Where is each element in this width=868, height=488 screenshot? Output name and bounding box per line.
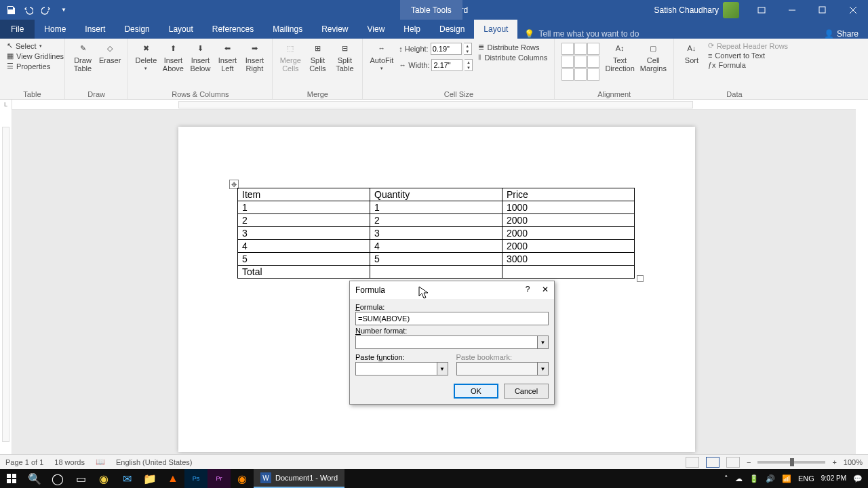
close-icon[interactable] (837, 0, 868, 20)
onedrive-icon[interactable]: ☁ (735, 474, 743, 483)
zoom-in-icon[interactable]: + (832, 458, 836, 466)
table-header-cell[interactable]: Item (238, 188, 370, 201)
align-tr[interactable] (587, 43, 599, 55)
insert-below-button[interactable]: ⬇Insert Below (186, 40, 214, 74)
spellcheck-icon[interactable]: 📖 (96, 458, 105, 466)
table-header-cell[interactable]: Quantity (370, 188, 502, 201)
height-input[interactable] (431, 43, 462, 55)
save-icon[interactable] (5, 5, 16, 16)
number-format-input[interactable] (355, 336, 549, 349)
convert-to-text-button[interactable]: ≡Convert to Text (708, 52, 788, 60)
tab-layout[interactable]: Layout (159, 20, 203, 39)
tab-mailings[interactable]: Mailings (263, 20, 312, 39)
explorer-icon[interactable]: 📁 (138, 469, 161, 488)
vlc-icon[interactable]: ▲ (161, 469, 184, 488)
tab-insert[interactable]: Insert (75, 20, 115, 39)
ribbon-display-options-icon[interactable] (746, 0, 776, 20)
undo-icon[interactable] (23, 5, 34, 16)
language-indicator[interactable]: English (United States) (116, 458, 193, 466)
minimize-icon[interactable] (776, 0, 807, 20)
dialog-titlebar[interactable]: Formula ? ✕ (350, 281, 554, 299)
mail-icon[interactable]: ✉ (115, 469, 138, 488)
sort-button[interactable]: A↓Sort (678, 40, 705, 66)
align-tc[interactable] (574, 43, 587, 55)
tab-table-layout[interactable]: Layout (474, 20, 517, 39)
align-bl[interactable] (561, 68, 574, 81)
tab-view[interactable]: View (358, 20, 395, 39)
language-icon[interactable]: ENG (798, 474, 814, 483)
align-mr[interactable] (587, 56, 599, 68)
taskbar-word[interactable]: W Document1 - Word (254, 469, 344, 488)
ruler-corner[interactable]: L (0, 100, 12, 110)
clock[interactable]: 9:02 PM (821, 475, 846, 482)
tab-references[interactable]: References (203, 20, 263, 39)
number-format-dropdown-icon[interactable]: ▼ (537, 336, 548, 348)
app-icon[interactable]: ◉ (231, 469, 254, 488)
qat-dropdown-icon[interactable]: ▼ (58, 5, 69, 16)
insert-above-button[interactable]: ⬆Insert Above (159, 40, 186, 74)
tab-help[interactable]: Help (394, 20, 430, 39)
document-table[interactable]: Item Quantity Price 111000 222000 332000… (237, 188, 635, 279)
height-spinner[interactable]: ↕ Height: ▲▼ (399, 43, 473, 55)
dialog-close-icon[interactable]: ✕ (538, 283, 553, 296)
word-count[interactable]: 18 words (54, 458, 85, 466)
maximize-icon[interactable] (807, 0, 837, 20)
distribute-columns-button[interactable]: ⫴Distribute Columns (478, 53, 547, 62)
read-mode-icon[interactable] (686, 457, 699, 468)
user-account[interactable]: Satish Chaudhary (648, 2, 746, 18)
formula-button[interactable]: ƒxFormula (708, 61, 788, 69)
autofit-button[interactable]: ↔AutoFit▾ (367, 40, 396, 73)
task-view-icon[interactable]: ▭ (69, 469, 92, 488)
merge-cells-button[interactable]: ⬚Merge Cells (277, 40, 304, 74)
tell-me-search[interactable]: 💡 Tell me what you want to do (524, 29, 639, 39)
align-br[interactable] (587, 68, 599, 81)
draw-table-button[interactable]: ✎Draw Table (69, 40, 96, 74)
cell-margins-button[interactable]: ▢Cell Margins (637, 40, 669, 74)
tab-design[interactable]: Design (115, 20, 159, 39)
properties-button[interactable]: ☰Properties (7, 62, 64, 70)
chrome-icon[interactable]: ◉ (92, 469, 115, 488)
print-layout-icon[interactable] (706, 457, 719, 468)
width-input[interactable] (431, 59, 462, 71)
action-center-icon[interactable]: 💬 (853, 474, 863, 483)
paste-function-input[interactable] (355, 362, 448, 375)
photoshop-icon[interactable]: Ps (184, 469, 208, 488)
tab-table-design[interactable]: Design (430, 20, 474, 39)
view-gridlines-button[interactable]: ▦View Gridlines (7, 52, 64, 60)
zoom-out-icon[interactable]: − (747, 458, 751, 466)
table-header-cell[interactable]: Price (502, 188, 635, 201)
repeat-headers-button[interactable]: ⟳Repeat Header Rows (708, 41, 788, 50)
align-bc[interactable] (574, 68, 587, 81)
share-button[interactable]: 👤 Share (814, 29, 868, 39)
delete-button[interactable]: ✖Delete▾ (132, 40, 159, 73)
web-layout-icon[interactable] (726, 457, 740, 468)
split-table-button[interactable]: ⊟Split Table (331, 40, 358, 74)
distribute-rows-button[interactable]: ≣Distribute Rows (478, 43, 547, 52)
align-ml[interactable] (561, 56, 574, 68)
cortana-icon[interactable]: ◯ (46, 469, 69, 488)
table-resize-handle-icon[interactable] (637, 275, 644, 282)
formula-input[interactable] (355, 312, 549, 325)
dialog-help-icon[interactable]: ? (520, 283, 535, 296)
eraser-button[interactable]: ◇Eraser (96, 40, 123, 66)
cancel-button[interactable]: Cancel (504, 384, 549, 399)
paste-function-dropdown-icon[interactable]: ▼ (437, 363, 448, 375)
tray-up-icon[interactable]: ˄ (724, 474, 728, 483)
insert-right-button[interactable]: ➡Insert Right (241, 40, 268, 74)
zoom-level[interactable]: 100% (844, 458, 863, 466)
wifi-icon[interactable]: 📶 (782, 474, 791, 483)
insert-left-button[interactable]: ⬅Insert Left (214, 40, 241, 74)
ok-button[interactable]: OK (454, 384, 498, 399)
select-button[interactable]: ↖Select ▾ (7, 41, 64, 50)
zoom-slider[interactable] (757, 461, 825, 464)
horizontal-ruler[interactable] (12, 100, 856, 110)
battery-icon[interactable]: 🔋 (749, 474, 759, 483)
width-spinner[interactable]: ↔ Width: ▲▼ (399, 59, 473, 71)
tab-file[interactable]: File (0, 20, 35, 39)
premiere-icon[interactable]: Pr (208, 469, 231, 488)
start-icon[interactable] (0, 469, 23, 488)
search-icon[interactable]: 🔍 (23, 469, 46, 488)
split-cells-button[interactable]: ⊞Split Cells (304, 40, 331, 74)
redo-icon[interactable] (41, 5, 52, 16)
tab-review[interactable]: Review (312, 20, 357, 39)
